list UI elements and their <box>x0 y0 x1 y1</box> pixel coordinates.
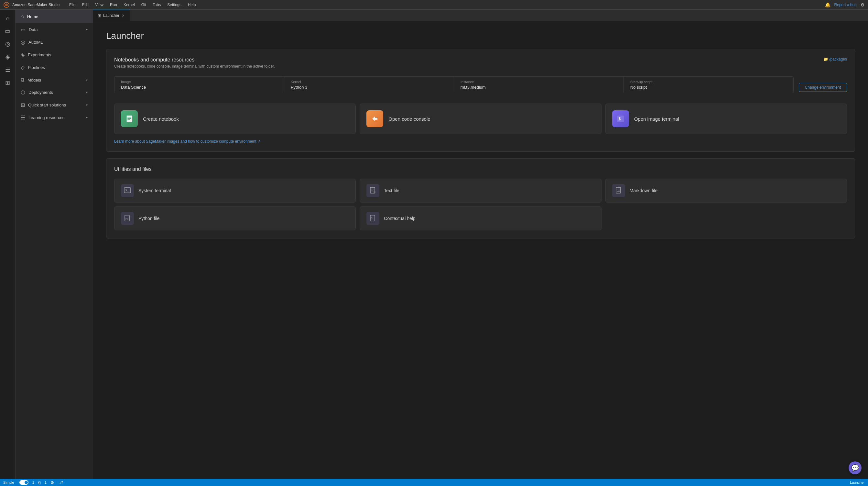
sidebar-icon-home[interactable]: ⌂ <box>2 12 13 24</box>
env-instance-value: ml.t3.medium <box>461 85 617 90</box>
app-title: Amazon SageMaker Studio <box>12 3 60 7</box>
menu-git[interactable]: Git <box>138 1 149 8</box>
chevron-down-icon-deployments: ▾ <box>86 91 88 94</box>
status-git-icon[interactable]: ⎇ <box>58 480 63 485</box>
svg-text:$: $ <box>618 116 621 121</box>
chevron-down-icon: ▾ <box>86 28 88 31</box>
nav-item-models[interactable]: ⧉ Models ▾ <box>16 74 93 86</box>
nav-label-learning: Learning resources <box>28 115 86 120</box>
env-script-label: Start-up script <box>630 80 787 84</box>
experiments-icon: ◈ <box>21 52 25 58</box>
menu-edit[interactable]: Edit <box>79 1 92 8</box>
content-scroll[interactable]: Launcher Notebooks and compute resources… <box>93 21 868 479</box>
create-notebook-label: Create notebook <box>143 116 179 122</box>
chevron-down-icon-learning: ▾ <box>86 116 88 119</box>
packages-link[interactable]: 📁 /packages <box>824 57 847 61</box>
svg-rect-3 <box>127 117 131 117</box>
nav-item-data[interactable]: ▭ Data ▾ <box>16 23 93 36</box>
text-file-icon: TXT <box>366 184 379 197</box>
nav-item-experiments[interactable]: ◈ Experiments <box>16 49 93 61</box>
text-file-label: Text file <box>384 188 399 193</box>
launcher-title: Launcher <box>106 31 855 41</box>
settings-icon[interactable]: ⚙ <box>861 2 865 7</box>
report-bug-link[interactable]: Report a bug <box>834 3 857 7</box>
menu-items: File Edit View Run Kernel Git Tabs Setti… <box>66 1 199 8</box>
models-icon: ⧉ <box>21 77 24 83</box>
nav-item-quick-start[interactable]: ⊞ Quick start solutions ▾ <box>16 99 93 111</box>
status-gear-icon[interactable]: ⚙ <box>51 480 54 485</box>
menu-file[interactable]: File <box>66 1 79 8</box>
env-kernel-label: Kernel <box>291 80 447 84</box>
launcher-tab-label: Launcher <box>103 13 119 18</box>
svg-text:TXT: TXT <box>373 191 375 193</box>
launcher-tab[interactable]: ⊞ Launcher × <box>93 10 130 21</box>
status-bar-right: Launcher <box>850 481 865 484</box>
open-code-console-card[interactable]: Open code console <box>360 103 601 134</box>
nav-label-data: Data <box>29 27 86 32</box>
nav-label-models: Models <box>28 78 86 83</box>
change-environment-button[interactable]: Change environment <box>799 83 847 92</box>
learning-icon: ☰ <box>21 115 25 121</box>
markdown-file-card[interactable]: MD Markdown file <box>606 179 847 203</box>
quick-start-icon: ⊞ <box>21 102 25 108</box>
sidebar-icon-circle[interactable]: ◎ <box>2 38 13 50</box>
menu-bar: Amazon SageMaker Studio File Edit View R… <box>0 0 868 10</box>
svg-rect-5 <box>127 119 130 120</box>
status-num1: 1 <box>32 481 34 484</box>
learn-more-link[interactable]: Learn more about SageMaker images and ho… <box>114 139 261 144</box>
nav-item-deployments[interactable]: ⬡ Deployments ▾ <box>16 86 93 99</box>
menu-tabs[interactable]: Tabs <box>149 1 164 8</box>
nav-item-home[interactable]: ⌂ Home <box>16 10 93 23</box>
chevron-down-icon-quick: ▾ <box>86 103 88 107</box>
text-file-card[interactable]: TXT Text file <box>360 179 601 203</box>
launcher-tab-icon: ⊞ <box>98 13 101 18</box>
python-file-card[interactable]: PY Python file <box>114 207 356 231</box>
status-num2: 1 <box>44 481 46 484</box>
sidebar-icon-files[interactable]: ▭ <box>2 25 13 37</box>
sidebar-icon-diamond[interactable]: ◈ <box>2 51 13 63</box>
contextual-help-icon: ? <box>366 212 379 225</box>
tab-close-button[interactable]: × <box>121 13 125 18</box>
nav-label-automl: AutoML <box>28 40 88 44</box>
create-notebook-icon <box>121 110 138 127</box>
status-toggle[interactable] <box>20 480 28 485</box>
python-file-label: Python file <box>138 216 159 221</box>
status-launcher-label: Launcher <box>850 481 865 484</box>
nav-item-automl[interactable]: ◎ AutoML <box>16 36 93 49</box>
open-image-terminal-label: Open image terminal <box>634 116 679 122</box>
nav-label-experiments: Experiments <box>28 53 88 57</box>
menu-settings[interactable]: Settings <box>164 1 184 8</box>
environment-row: Image Data Science Kernel Python 3 Insta… <box>114 77 847 98</box>
contextual-help-card[interactable]: ? Contextual help <box>360 207 601 231</box>
open-image-terminal-icon: $ <box>612 110 629 127</box>
menu-view[interactable]: View <box>92 1 107 8</box>
menu-right: 🔔 Report a bug ⚙ <box>825 2 865 7</box>
svg-text:?: ? <box>371 217 373 220</box>
utilities-section: Utilities and files $_ System terminal <box>106 158 855 239</box>
python-file-icon: PY <box>121 212 134 225</box>
create-notebook-card[interactable]: Create notebook <box>114 103 356 134</box>
sidebar-icon-puzzle[interactable]: ⊞ <box>2 77 13 89</box>
env-details: Image Data Science Kernel Python 3 Insta… <box>114 77 794 93</box>
markdown-file-icon: MD <box>612 184 625 197</box>
sidebar-icon-list[interactable]: ☰ <box>2 64 13 76</box>
app-icon <box>3 2 10 8</box>
notebooks-section: Notebooks and compute resources Create n… <box>106 49 855 152</box>
menu-run[interactable]: Run <box>107 1 120 8</box>
svg-rect-4 <box>127 118 131 119</box>
nav-item-learning[interactable]: ☰ Learning resources ▾ <box>16 111 93 124</box>
chevron-down-icon-models: ▾ <box>86 78 88 82</box>
env-script-cell: Start-up script No script <box>624 77 793 93</box>
svg-rect-6 <box>126 115 127 122</box>
notification-icon[interactable]: 🔔 <box>825 2 831 7</box>
system-terminal-card[interactable]: $_ System terminal <box>114 179 356 203</box>
notebooks-section-title: Notebooks and compute resources <box>114 57 275 63</box>
env-image-value: Data Science <box>121 85 277 90</box>
chat-button[interactable]: 💬 <box>848 461 862 474</box>
open-image-terminal-card[interactable]: $ Open image terminal <box>606 103 847 134</box>
menu-kernel[interactable]: Kernel <box>120 1 138 8</box>
data-icon: ▭ <box>21 27 26 33</box>
env-image-label: Image <box>121 80 277 84</box>
menu-help[interactable]: Help <box>185 1 199 8</box>
nav-item-pipelines[interactable]: ◇ Pipelines <box>16 61 93 74</box>
